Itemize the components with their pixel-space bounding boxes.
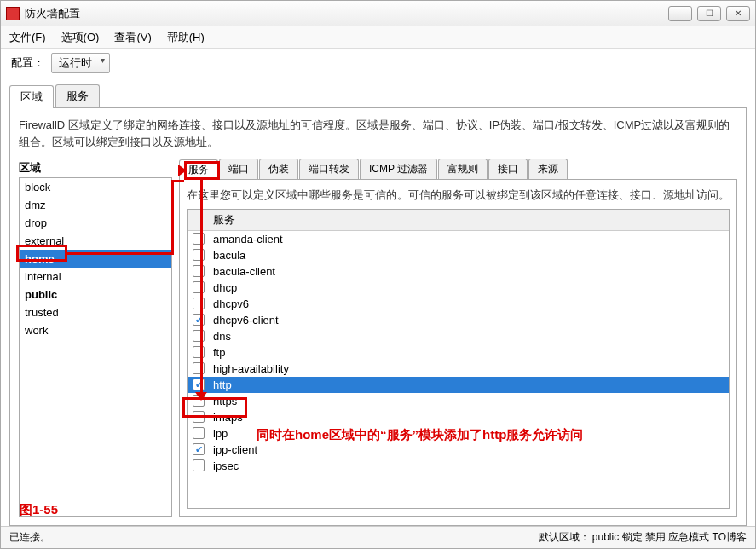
config-label: 配置： bbox=[11, 55, 44, 71]
services-description: 在这里您可以定义区域中哪些服务是可信的。可信的服务可以被绑定到该区域的任意连接、… bbox=[187, 187, 730, 204]
service-checkbox-dhcpv6-client[interactable]: ✔ bbox=[193, 314, 205, 326]
service-label: ipsec bbox=[213, 459, 239, 472]
zone-item-dmz[interactable]: dmz bbox=[20, 196, 171, 214]
sub-tab-7[interactable]: 来源 bbox=[528, 159, 568, 179]
menu-options[interactable]: 选项(O) bbox=[61, 30, 100, 45]
zone-item-work[interactable]: work bbox=[20, 321, 171, 339]
sub-tab-1[interactable]: 端口 bbox=[219, 159, 258, 179]
service-label: bacula bbox=[213, 249, 245, 262]
service-row-https[interactable]: https bbox=[188, 393, 729, 409]
sub-tab-3[interactable]: 端口转发 bbox=[299, 159, 359, 179]
service-label: imaps bbox=[213, 411, 243, 424]
service-row-dns[interactable]: dns bbox=[188, 328, 729, 344]
service-label: https bbox=[213, 395, 237, 407]
zone-item-external[interactable]: external bbox=[20, 232, 171, 250]
status-connected: 已连接。 bbox=[9, 530, 50, 545]
tab-zones[interactable]: 区域 bbox=[9, 85, 54, 108]
zone-item-home[interactable]: home bbox=[20, 250, 171, 268]
window-title: 防火墙配置 bbox=[25, 6, 668, 21]
maximize-button[interactable]: ☐ bbox=[697, 6, 721, 21]
zone-item-block[interactable]: block bbox=[20, 178, 171, 196]
sub-tab-5[interactable]: 富规则 bbox=[438, 159, 488, 179]
service-row-dhcpv6[interactable]: dhcpv6 bbox=[188, 296, 729, 312]
service-label: ipp-client bbox=[213, 443, 257, 456]
zone-item-public[interactable]: public bbox=[20, 286, 171, 303]
tab-services[interactable]: 服务 bbox=[55, 84, 100, 107]
services-panel: 在这里您可以定义区域中哪些服务是可信的。可信的服务可以被绑定到该区域的任意连接、… bbox=[179, 179, 737, 517]
service-label: dns bbox=[213, 330, 231, 343]
service-checkbox-http[interactable]: ✔ bbox=[193, 379, 205, 390]
sub-tab-2[interactable]: 伪装 bbox=[259, 159, 298, 179]
service-row-dhcp[interactable]: dhcp bbox=[188, 280, 729, 296]
body-row: 区域 blockdmzdropexternalhomeinternalpubli… bbox=[19, 159, 737, 517]
zones-panel: FirewallD 区域定义了绑定的网络连接、接口以及源地址的可信程度。区域是服… bbox=[9, 107, 747, 526]
service-checkbox-amanda-client[interactable] bbox=[193, 233, 205, 245]
service-label: ipp bbox=[213, 427, 228, 440]
menu-file[interactable]: 文件(F) bbox=[9, 30, 46, 45]
config-row: 配置： 运行时 bbox=[1, 49, 755, 78]
minimize-button[interactable]: — bbox=[668, 6, 692, 21]
service-checkbox-ipp[interactable] bbox=[193, 427, 205, 439]
sub-tabs: 服务端口伪装端口转发ICMP 过滤器富规则接口来源 bbox=[179, 159, 737, 179]
zone-item-trusted[interactable]: trusted bbox=[20, 303, 171, 321]
menu-help[interactable]: 帮助(H) bbox=[167, 30, 205, 45]
service-row-high-availability[interactable]: high-availability bbox=[188, 361, 729, 377]
service-checkbox-ftp[interactable] bbox=[193, 346, 205, 358]
close-button[interactable]: ✕ bbox=[726, 6, 750, 21]
service-label: high-availability bbox=[213, 362, 289, 375]
config-select[interactable]: 运行时 bbox=[51, 53, 110, 73]
sub-tab-0[interactable]: 服务 bbox=[179, 159, 218, 180]
service-checkbox-https[interactable] bbox=[193, 395, 205, 407]
config-value: 运行时 bbox=[59, 56, 92, 69]
top-tabs: 区域 服务 bbox=[9, 84, 747, 107]
zone-detail-column: 服务端口伪装端口转发ICMP 过滤器富规则接口来源 在这里您可以定义区域中哪些服… bbox=[179, 159, 737, 517]
service-checkbox-ipsec[interactable] bbox=[193, 459, 205, 471]
service-row-bacula-client[interactable]: bacula-client bbox=[188, 263, 729, 280]
service-checkbox-dns[interactable] bbox=[193, 330, 205, 342]
window-buttons: — ☐ ✕ bbox=[668, 6, 750, 21]
statusbar: 已连接。 默认区域： public 锁定 禁用 应急模式 TO博客 bbox=[1, 526, 755, 548]
service-label: ftp bbox=[213, 346, 225, 359]
zones-description: FirewallD 区域定义了绑定的网络连接、接口以及源地址的可信程度。区域是服… bbox=[19, 117, 737, 150]
zone-list[interactable]: blockdmzdropexternalhomeinternalpublictr… bbox=[19, 177, 172, 517]
titlebar: 防火墙配置 — ☐ ✕ bbox=[1, 1, 755, 26]
zone-header: 区域 bbox=[19, 159, 172, 177]
service-label: dhcp bbox=[213, 281, 237, 294]
service-row-dhcpv6-client[interactable]: ✔dhcpv6-client bbox=[188, 312, 729, 328]
menu-view[interactable]: 查看(V) bbox=[114, 30, 151, 45]
service-label: dhcpv6-client bbox=[213, 314, 279, 327]
service-row-bacula[interactable]: bacula bbox=[188, 247, 729, 263]
service-label: http bbox=[213, 379, 232, 391]
service-row-ipsec[interactable]: ipsec bbox=[188, 458, 729, 474]
service-row-amanda-client[interactable]: amanda-client bbox=[188, 231, 729, 247]
main-area: 区域 服务 FirewallD 区域定义了绑定的网络连接、接口以及源地址的可信程… bbox=[1, 78, 755, 526]
sub-tab-6[interactable]: 接口 bbox=[488, 159, 528, 179]
status-default-zone: 默认区域： public 锁定 禁用 应急模式 TO博客 bbox=[539, 530, 747, 545]
service-checkbox-bacula-client[interactable] bbox=[193, 265, 205, 277]
service-row-ipp[interactable]: ipp bbox=[188, 425, 729, 442]
firewall-config-window: 防火墙配置 — ☐ ✕ 文件(F) 选项(O) 查看(V) 帮助(H) 配置： … bbox=[0, 0, 756, 549]
service-row-http[interactable]: ✔http bbox=[188, 377, 729, 393]
service-checkbox-bacula[interactable] bbox=[193, 249, 205, 261]
zone-item-internal[interactable]: internal bbox=[20, 268, 171, 286]
app-icon bbox=[6, 7, 20, 20]
sub-tab-4[interactable]: ICMP 过滤器 bbox=[360, 159, 437, 179]
service-row-ipp-client[interactable]: ✔ipp-client bbox=[188, 442, 729, 458]
service-checkbox-imaps[interactable] bbox=[193, 411, 205, 423]
service-checkbox-ipp-client[interactable]: ✔ bbox=[193, 443, 205, 455]
services-table[interactable]: 服务 amanda-clientbaculabacula-clientdhcpd… bbox=[187, 209, 730, 510]
services-table-header: 服务 bbox=[188, 210, 729, 231]
service-label: amanda-client bbox=[213, 233, 283, 246]
services-table-body: amanda-clientbaculabacula-clientdhcpdhcp… bbox=[188, 231, 729, 474]
zone-column: 区域 blockdmzdropexternalhomeinternalpubli… bbox=[19, 159, 172, 517]
zone-item-drop[interactable]: drop bbox=[20, 214, 171, 232]
service-row-imaps[interactable]: imaps bbox=[188, 409, 729, 425]
service-checkbox-high-availability[interactable] bbox=[193, 362, 205, 374]
service-label: dhcpv6 bbox=[213, 298, 249, 310]
service-row-ftp[interactable]: ftp bbox=[188, 344, 729, 361]
menubar: 文件(F) 选项(O) 查看(V) 帮助(H) bbox=[1, 26, 755, 49]
service-label: bacula-client bbox=[213, 265, 275, 278]
service-checkbox-dhcp[interactable] bbox=[193, 281, 205, 293]
service-checkbox-dhcpv6[interactable] bbox=[193, 298, 205, 309]
